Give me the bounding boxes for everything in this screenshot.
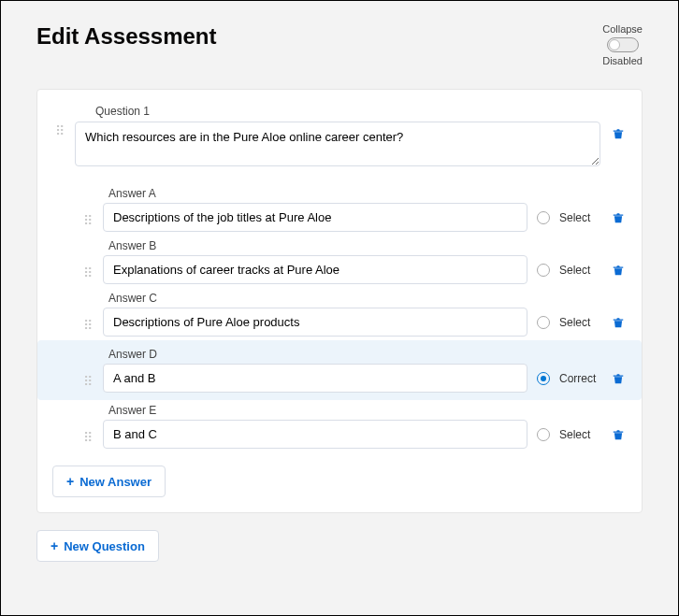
answer-status: Select bbox=[559, 316, 600, 329]
correct-answer-radio[interactable] bbox=[537, 211, 550, 224]
trash-icon bbox=[612, 372, 625, 385]
question-input[interactable] bbox=[75, 122, 600, 166]
trash-icon bbox=[612, 127, 625, 140]
question-label: Question 1 bbox=[95, 105, 627, 118]
answer-input[interactable] bbox=[103, 255, 527, 284]
collapse-control: Collapse Disabled bbox=[602, 23, 643, 66]
trash-icon bbox=[612, 211, 625, 224]
new-answer-label: New Answer bbox=[79, 475, 152, 489]
trash-icon bbox=[612, 316, 625, 329]
answer-row: Answer DCorrect bbox=[37, 340, 642, 400]
delete-answer-button[interactable] bbox=[610, 209, 627, 226]
drag-handle-icon[interactable] bbox=[80, 322, 94, 329]
answer-row: Answer ESelect bbox=[52, 400, 627, 452]
answer-input[interactable] bbox=[103, 364, 527, 393]
new-question-button[interactable]: + New Question bbox=[36, 530, 159, 562]
delete-question-button[interactable] bbox=[610, 125, 627, 142]
correct-answer-radio[interactable] bbox=[537, 316, 550, 329]
plus-icon: + bbox=[66, 474, 74, 489]
answer-row: Answer CSelect bbox=[52, 288, 627, 340]
trash-icon bbox=[612, 264, 625, 277]
answer-status: Select bbox=[559, 211, 600, 224]
correct-answer-radio[interactable] bbox=[537, 372, 550, 385]
new-question-label: New Question bbox=[64, 539, 145, 553]
answer-row: Answer BSelect bbox=[52, 236, 627, 288]
delete-answer-button[interactable] bbox=[610, 426, 627, 443]
delete-answer-button[interactable] bbox=[610, 262, 627, 279]
drag-handle-icon[interactable] bbox=[52, 127, 65, 135]
answer-label: Answer C bbox=[108, 292, 627, 305]
answer-row: Answer ASelect bbox=[52, 183, 627, 236]
answer-status: Correct bbox=[559, 372, 600, 385]
answer-status: Select bbox=[559, 264, 600, 277]
correct-answer-radio[interactable] bbox=[537, 428, 550, 441]
new-answer-button[interactable]: + New Answer bbox=[52, 466, 166, 497]
answer-status: Select bbox=[559, 428, 600, 441]
page-title: Edit Assessment bbox=[36, 23, 217, 50]
drag-handle-icon[interactable] bbox=[80, 434, 94, 441]
answer-label: Answer B bbox=[108, 239, 627, 252]
drag-handle-icon[interactable] bbox=[80, 217, 94, 224]
collapse-state: Disabled bbox=[602, 55, 643, 66]
collapse-title: Collapse bbox=[602, 23, 643, 35]
collapse-toggle[interactable] bbox=[607, 37, 639, 52]
answer-input[interactable] bbox=[103, 420, 527, 449]
drag-handle-icon[interactable] bbox=[80, 269, 94, 277]
question-card: Question 1 Answer ASelectAnswer BSelectA… bbox=[36, 89, 643, 513]
answer-input[interactable] bbox=[103, 203, 527, 232]
trash-icon bbox=[612, 428, 625, 441]
plus-icon: + bbox=[51, 538, 58, 553]
answer-label: Answer A bbox=[108, 187, 627, 200]
answer-label: Answer D bbox=[108, 348, 627, 361]
delete-answer-button[interactable] bbox=[610, 314, 627, 331]
correct-answer-radio[interactable] bbox=[537, 264, 550, 277]
answer-input[interactable] bbox=[103, 308, 527, 337]
delete-answer-button[interactable] bbox=[610, 370, 627, 387]
answer-label: Answer E bbox=[108, 404, 627, 417]
drag-handle-icon[interactable] bbox=[80, 378, 94, 385]
